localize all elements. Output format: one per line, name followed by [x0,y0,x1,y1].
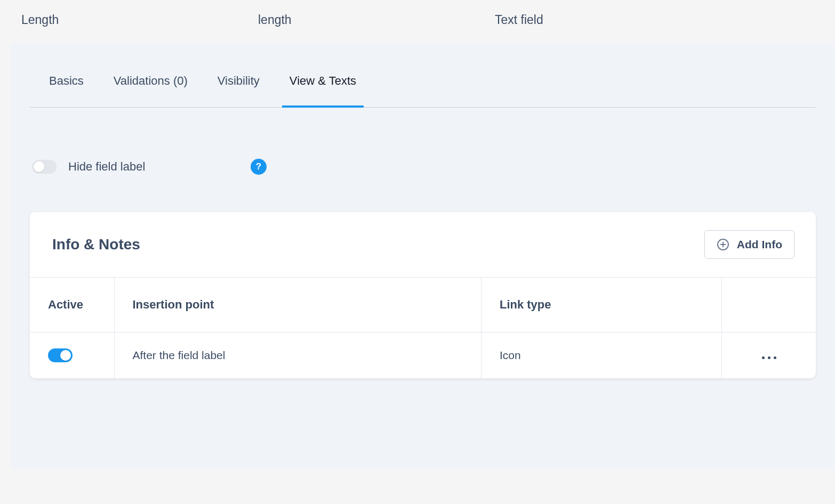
row-insertion-point: After the field label [114,332,481,379]
field-identifier: length [258,13,495,27]
plus-circle-icon [717,238,729,251]
page-root: Length length Text field Basics Validati… [0,0,835,504]
tab-view-texts[interactable]: View & Texts [290,64,356,107]
hide-field-label-toggle[interactable] [32,160,57,174]
table-row: After the field label Icon [30,332,816,379]
col-header-active: Active [30,278,114,332]
add-info-label: Add Info [737,238,782,251]
row-link-type: Icon [481,332,721,379]
field-meta-row: Length length Text field [0,0,835,43]
help-icon[interactable]: ? [251,159,267,175]
field-type: Text field [495,13,814,27]
row-active-toggle[interactable] [48,348,73,362]
col-header-link-type: Link type [481,278,721,332]
info-notes-header: Info & Notes Add Info [30,212,816,277]
hide-field-label-row: Hide field label ? [30,159,816,175]
toggle-knob [34,161,44,172]
info-notes-table: Active Insertion point Link type [30,277,816,378]
add-info-button[interactable]: Add Info [704,230,794,259]
tab-visibility[interactable]: Visibility [218,64,260,107]
row-actions-menu[interactable] [740,356,798,359]
tab-basics[interactable]: Basics [49,64,84,107]
info-notes-title: Info & Notes [52,236,140,253]
info-notes-card: Info & Notes Add Info Active [30,212,816,378]
table-header-row: Active Insertion point Link type [30,278,816,332]
tabs-divider [30,107,816,108]
toggle-knob [60,350,71,361]
panel: Basics Validations (0) Visibility View &… [11,43,835,469]
tab-validations[interactable]: Validations (0) [114,64,188,107]
col-header-actions [722,278,816,332]
tabs: Basics Validations (0) Visibility View &… [30,64,816,107]
col-header-insertion-point: Insertion point [114,278,481,332]
hide-field-label-text: Hide field label [68,160,218,174]
field-label: Length [21,13,258,27]
